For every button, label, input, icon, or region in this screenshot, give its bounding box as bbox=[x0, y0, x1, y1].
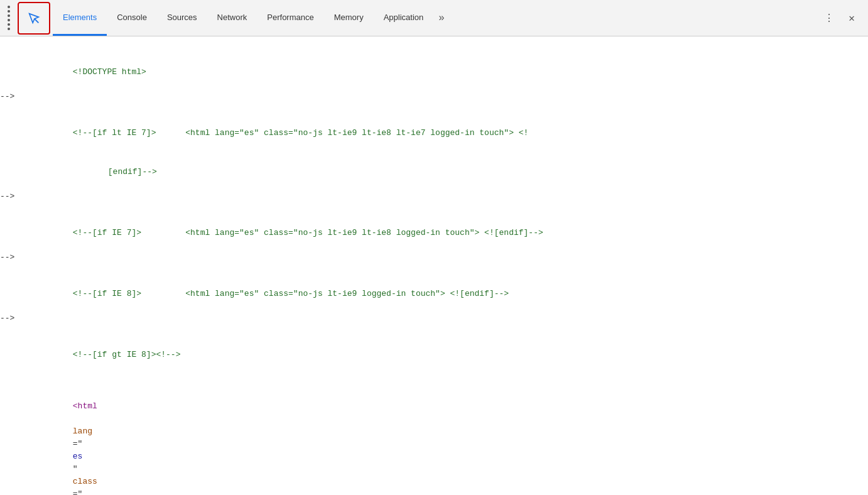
tab-performance[interactable]: Performance bbox=[257, 0, 323, 36]
close-button[interactable]: ✕ bbox=[843, 9, 860, 27]
tab-network[interactable]: Network bbox=[207, 0, 258, 36]
tab-application[interactable]: Application bbox=[374, 0, 434, 36]
code-line: <html lang =" es " class =" js logged-in… bbox=[0, 374, 868, 495]
svg-line-0 bbox=[35, 18, 38, 22]
tab-elements[interactable]: Elements bbox=[53, 0, 107, 36]
code-line: <!--[if gt IE 8]><!--> bbox=[0, 323, 868, 374]
toolbar-right: ⋮ ✕ bbox=[815, 9, 865, 27]
code-line: <!--[if lt IE 7]> <html lang="es" class=… bbox=[0, 101, 868, 153]
code-line: <!--[if IE 7]> <html lang="es" class="no… bbox=[0, 201, 868, 253]
code-line: <!DOCTYPE html> bbox=[0, 40, 868, 92]
drag-handle[interactable] bbox=[3, 6, 15, 30]
tab-memory[interactable]: Memory bbox=[324, 0, 374, 36]
elements-panel: <!DOCTYPE html> --> <!--[if lt IE 7]> <h… bbox=[0, 36, 868, 495]
more-tabs-button[interactable]: » bbox=[433, 0, 450, 36]
tab-sources[interactable]: Sources bbox=[157, 0, 207, 36]
devtools-toolbar: Elements Console Sources Network Perform… bbox=[0, 0, 868, 36]
settings-button[interactable]: ⋮ bbox=[820, 9, 838, 27]
inspect-icon bbox=[27, 11, 41, 25]
inspect-element-button[interactable] bbox=[18, 2, 50, 35]
tab-list: Elements Console Sources Network Perform… bbox=[53, 0, 815, 36]
code-line: <!--[if IE 8]> <html lang="es" class="no… bbox=[0, 262, 868, 313]
code-line: [endif]--> bbox=[0, 153, 868, 192]
tab-console[interactable]: Console bbox=[107, 0, 157, 36]
